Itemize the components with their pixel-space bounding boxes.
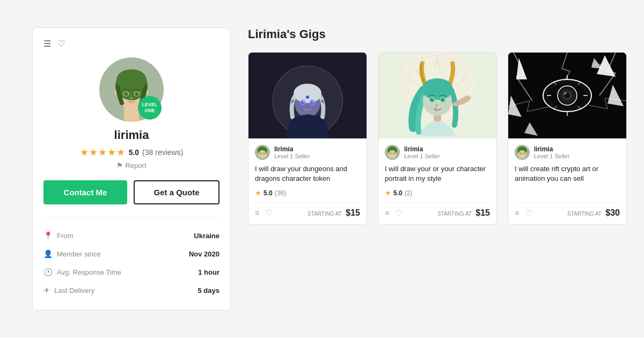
- gig-1-list-icon[interactable]: ≡: [255, 208, 260, 218]
- stars: ★★★★★: [80, 146, 126, 158]
- gig-1-rating-score: 5.0: [264, 189, 273, 197]
- svg-point-10: [137, 93, 138, 94]
- gig-3-seller-name: lirimia: [534, 145, 570, 153]
- gig-2-seller-avatar: [385, 145, 400, 160]
- level-badge: LEVEL ONE: [138, 96, 162, 120]
- action-buttons: Contact Me Get a Quote: [43, 180, 219, 204]
- gig-3-seller-row: lirimia Level 1 Seller: [515, 145, 620, 160]
- gig-2-artwork: [378, 53, 496, 138]
- gig-2-rating-score: 5.0: [393, 189, 402, 197]
- gig-2-footer: ≡ ♡ STARTING AT $15: [385, 202, 490, 218]
- gig-card-3[interactable]: Lirimia: [508, 52, 627, 225]
- gig-2-heart-icon[interactable]: ♡: [395, 208, 402, 218]
- gig-3-body: lirimia Level 1 Seller I will create nft…: [508, 138, 626, 224]
- gig-2-price-value: $15: [475, 208, 490, 217]
- svg-point-75: [519, 152, 522, 155]
- plane-icon: ✈: [43, 286, 50, 295]
- gig-1-seller-avatar: [255, 145, 270, 160]
- gig-image-3: Lirimia: [508, 53, 626, 138]
- gig-3-seller-avatar: [515, 145, 530, 160]
- profile-card: ☰ ♡: [32, 27, 231, 311]
- gig-3-list-icon[interactable]: ≡: [515, 208, 519, 218]
- gig-1-footer: ≡ ♡ STARTING AT $15: [255, 202, 360, 218]
- rating-count: (38 reviews): [142, 148, 183, 157]
- gig-image-1: [248, 53, 367, 138]
- svg-point-16: [294, 84, 321, 103]
- gig-3-heart-icon[interactable]: ♡: [525, 208, 532, 218]
- gig-2-star-icon: ★: [385, 189, 391, 197]
- svg-point-28: [260, 152, 262, 155]
- gig-2-seller-info: lirimia Level 1 Seller: [404, 145, 440, 159]
- gig-1-artwork: [248, 53, 367, 138]
- gig-1-seller-info: lirimia Level 1 Seller: [274, 145, 310, 159]
- svg-point-22: [312, 101, 313, 102]
- gig-2-rating-count: (2): [405, 189, 413, 197]
- svg-point-35: [422, 78, 453, 100]
- svg-point-47: [393, 152, 395, 155]
- location-icon: 📍: [43, 231, 53, 240]
- gig-2-list-icon[interactable]: ≡: [385, 208, 390, 218]
- response-label: Avg. Response Time: [57, 268, 121, 276]
- gig-card-1[interactable]: lirimia Level 1 Seller I will draw your …: [248, 52, 367, 225]
- gig-2-footer-icons: ≡ ♡: [385, 208, 402, 218]
- menu-icon: ☰: [43, 39, 51, 48]
- gig-card-2[interactable]: lirimia Level 1 Seller I will draw your …: [378, 52, 497, 225]
- gig-3-price-value: $30: [605, 208, 620, 217]
- svg-point-8: [135, 92, 139, 96]
- gig-2-price: STARTING AT $15: [437, 208, 490, 218]
- svg-point-45: [389, 150, 396, 158]
- report-row: ⚑ Report: [116, 161, 146, 170]
- svg-point-11: [130, 97, 133, 99]
- info-row-member: 👤 Member since Nov 2020: [43, 245, 219, 263]
- gig-2-price-label: STARTING AT: [437, 211, 472, 217]
- svg-point-9: [127, 93, 128, 94]
- info-table: 📍 From Ukraine 👤 Member since Nov 2020 🕐…: [43, 217, 219, 299]
- gig-3-seller-info: lirimia Level 1 Seller: [534, 145, 570, 159]
- gig-1-title: I will draw your dungeons and dragons ch…: [255, 164, 360, 183]
- gig-3-footer-icons: ≡ ♡: [515, 208, 532, 218]
- gig-1-price: STARTING AT $15: [308, 208, 360, 218]
- menu-icon-button[interactable]: ☰: [43, 39, 51, 49]
- flag-icon: ⚑: [116, 161, 123, 170]
- svg-point-76: [523, 152, 525, 155]
- gig-1-price-value: $15: [346, 208, 360, 217]
- gig-3-artwork: Lirimia: [508, 53, 626, 138]
- gig-3-price-label: STARTING AT: [567, 211, 602, 217]
- gig-1-footer-icons: ≡ ♡: [255, 208, 272, 218]
- gig-3-price: STARTING AT $30: [567, 208, 620, 218]
- gig-image-2: [378, 53, 496, 138]
- gig-1-seller-name: lirimia: [274, 145, 310, 153]
- delivery-label: Last Delivery: [54, 286, 94, 295]
- quote-button[interactable]: Get a Quote: [134, 180, 219, 204]
- svg-point-23: [306, 95, 309, 99]
- gig-1-body: lirimia Level 1 Seller I will draw your …: [248, 138, 367, 224]
- member-value: Nov 2020: [189, 250, 219, 258]
- gig-2-rating-row: ★ 5.0 (2): [385, 189, 490, 197]
- gig-2-seller-level: Level 1 Seller: [404, 153, 440, 159]
- contact-button[interactable]: Contact Me: [43, 180, 127, 204]
- gig-2-seller-name: lirimia: [404, 145, 440, 153]
- svg-point-27: [259, 150, 266, 158]
- gig-1-seller-row: lirimia Level 1 Seller: [255, 145, 360, 160]
- heart-icon: ♡: [57, 39, 65, 48]
- favorite-icon-button[interactable]: ♡: [57, 39, 65, 49]
- delivery-value: 5 days: [198, 286, 219, 295]
- gig-2-seller-row: lirimia Level 1 Seller: [385, 145, 490, 160]
- page-container: ☰ ♡: [0, 6, 644, 332]
- gig-3-title: I will create nft crypto art or animatio…: [515, 164, 620, 197]
- svg-point-21: [303, 101, 304, 102]
- from-value: Ukraine: [194, 232, 219, 240]
- gigs-grid: lirimia Level 1 Seller I will draw your …: [248, 52, 627, 225]
- svg-point-29: [263, 152, 265, 155]
- gig-3-footer: ≡ ♡ STARTING AT $30: [515, 202, 620, 218]
- info-row-from: 📍 From Ukraine: [43, 226, 219, 245]
- clock-icon: 🕐: [43, 268, 53, 276]
- gig-1-heart-icon[interactable]: ♡: [265, 208, 272, 218]
- gig-1-price-label: STARTING AT: [308, 211, 342, 217]
- svg-point-41: [443, 99, 444, 100]
- gig-2-body: lirimia Level 1 Seller I will draw your …: [378, 138, 496, 224]
- svg-point-46: [390, 152, 392, 155]
- from-label: From: [57, 232, 73, 240]
- info-row-response: 🕐 Avg. Response Time 1 hour: [43, 263, 219, 281]
- gig-2-title: I will draw your or your character portr…: [385, 164, 490, 183]
